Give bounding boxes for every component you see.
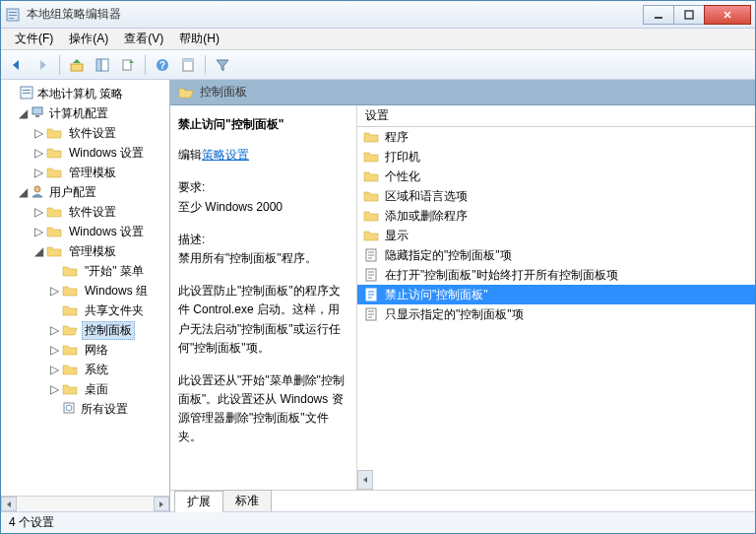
tree-root[interactable]: 本地计算机 策略 (3, 84, 167, 103)
list-item[interactable]: 程序 (357, 127, 755, 147)
svg-rect-6 (71, 64, 83, 71)
tree-windows-settings[interactable]: ▷Windows 设置 (3, 143, 167, 163)
properties-button[interactable] (176, 53, 200, 77)
requirements-section: 要求: 至少 Windows 2000 (178, 178, 348, 216)
expand-icon[interactable]: ▷ (32, 206, 44, 218)
list-item-selected[interactable]: 禁止访问"控制面板" (357, 285, 755, 304)
minimize-button[interactable] (643, 5, 674, 25)
expand-icon (48, 265, 60, 277)
edit-prefix: 编辑 (178, 148, 202, 162)
folder-icon (46, 147, 62, 159)
all-settings-icon (62, 401, 78, 418)
policy-tree[interactable]: 本地计算机 策略 ◢ 计算机配置 ▷软件设置 ▷Windows 设置 ▷管理模板… (1, 80, 169, 496)
forward-button[interactable] (31, 53, 54, 77)
menu-view[interactable]: 查看(V) (116, 29, 171, 49)
menu-action[interactable]: 操作(A) (61, 29, 116, 49)
tree-user-config[interactable]: ◢ 用户配置 (3, 182, 167, 202)
setting-title: 禁止访问"控制面板" (178, 115, 348, 134)
folder-icon (62, 364, 78, 375)
back-button[interactable] (5, 53, 29, 77)
svg-point-19 (34, 186, 40, 192)
settings-column-header[interactable]: 设置 (357, 105, 755, 127)
help-button[interactable]: ? (151, 53, 174, 77)
tree-network[interactable]: ▷网络 (3, 340, 167, 360)
tree-desktop[interactable]: ▷桌面 (3, 379, 167, 399)
svg-rect-16 (23, 93, 31, 94)
list-item[interactable]: 只显示指定的"控制面板"项 (357, 304, 755, 324)
list-item[interactable]: 个性化 (357, 167, 755, 186)
tree-software-settings-2[interactable]: ▷软件设置 (3, 202, 167, 222)
tab-extended[interactable]: 扩展 (174, 491, 223, 512)
svg-rect-4 (655, 17, 662, 19)
filter-button[interactable] (211, 53, 234, 77)
app-icon (5, 7, 21, 23)
tab-standard[interactable]: 标准 (222, 490, 272, 511)
svg-text:?: ? (159, 60, 165, 71)
scroll-track[interactable] (17, 497, 154, 511)
setting-icon (363, 307, 379, 321)
list-item[interactable]: 区域和语言选项 (357, 186, 755, 206)
tree-software-settings[interactable]: ▷软件设置 (3, 123, 167, 143)
tree-system[interactable]: ▷系统 (3, 360, 167, 379)
expand-icon[interactable]: ▷ (32, 127, 44, 139)
collapse-icon[interactable]: ◢ (32, 245, 44, 257)
col-header-label: 设置 (365, 107, 389, 124)
tree-label: 管理模板 (66, 164, 119, 182)
description-text-1: 禁用所有"控制面板"程序。 (178, 249, 348, 268)
expand-icon[interactable]: ▷ (32, 147, 44, 159)
content-header: 控制面板 (170, 80, 755, 105)
scroll-left-button[interactable] (357, 470, 373, 490)
scroll-right-button[interactable] (154, 497, 169, 511)
show-hide-tree-button[interactable] (91, 53, 114, 77)
close-button[interactable] (704, 5, 751, 25)
collapse-icon[interactable]: ◢ (17, 107, 29, 119)
scroll-left-button[interactable] (1, 497, 17, 511)
settings-list-column: 设置 程序 打印机 个性化 区域和语言选项 添加或删除程序 显示 隐藏指定的"控… (357, 105, 755, 490)
expand-icon[interactable]: ▷ (48, 344, 60, 356)
list-item[interactable]: 显示 (357, 226, 755, 245)
tree-windows-settings-2[interactable]: ▷Windows 设置 (3, 222, 167, 241)
list-h-scrollbar[interactable] (357, 470, 755, 490)
tree-windows-comp[interactable]: ▷Windows 组 (3, 281, 167, 300)
setting-icon (363, 288, 379, 301)
toolbar-sep2 (145, 55, 146, 75)
list-item[interactable]: 打印机 (357, 147, 755, 167)
list-item[interactable]: 添加或删除程序 (357, 206, 755, 226)
tree-computer-config[interactable]: ◢ 计算机配置 (3, 103, 167, 123)
up-button[interactable] (65, 53, 89, 77)
item-label: 显示 (385, 228, 409, 244)
folder-icon (363, 130, 379, 144)
requirements-text: 至少 Windows 2000 (178, 198, 348, 217)
description-column: 禁止访问"控制面板" 编辑策略设置 要求: 至少 Windows 2000 描述… (170, 105, 357, 490)
settings-list[interactable]: 程序 打印机 个性化 区域和语言选项 添加或删除程序 显示 隐藏指定的"控制面板… (357, 127, 755, 470)
list-item[interactable]: 隐藏指定的"控制面板"项 (357, 245, 755, 265)
maximize-button[interactable] (673, 5, 705, 25)
toolbar: ? (1, 50, 755, 80)
tree-h-scrollbar[interactable] (1, 496, 169, 511)
expand-icon[interactable]: ▷ (32, 167, 44, 178)
expand-icon[interactable]: ▷ (48, 364, 60, 375)
tree-control-panel[interactable]: ▷控制面板 (3, 320, 167, 340)
tree-label: 控制面板 (82, 321, 135, 340)
item-label: 在打开"控制面板"时始终打开所有控制面板项 (385, 267, 618, 284)
collapse-icon[interactable]: ◢ (17, 186, 29, 198)
expand-icon[interactable]: ▷ (48, 285, 60, 297)
tree-label: 桌面 (82, 380, 111, 399)
tree-admin-templates-2[interactable]: ◢管理模板 (3, 241, 167, 261)
menu-file[interactable]: 文件(F) (7, 29, 61, 49)
setting-icon (363, 268, 379, 282)
edit-policy-link[interactable]: 策略设置 (202, 148, 249, 162)
svg-rect-15 (23, 90, 31, 91)
expand-icon[interactable]: ▷ (32, 226, 44, 237)
tree-all-settings[interactable]: 所有设置 (3, 399, 167, 419)
tree-start-menu[interactable]: "开始" 菜单 (3, 261, 167, 281)
export-list-button[interactable] (116, 53, 140, 77)
expand-icon (5, 88, 17, 100)
tree-admin-templates[interactable]: ▷管理模板 (3, 163, 167, 182)
menu-help[interactable]: 帮助(H) (171, 29, 227, 49)
list-item[interactable]: 在打开"控制面板"时始终打开所有控制面板项 (357, 265, 755, 285)
tree-shared-folders[interactable]: 共享文件夹 (3, 300, 167, 320)
expand-icon[interactable]: ▷ (48, 324, 60, 336)
folder-icon (46, 167, 62, 178)
expand-icon[interactable]: ▷ (48, 383, 60, 395)
